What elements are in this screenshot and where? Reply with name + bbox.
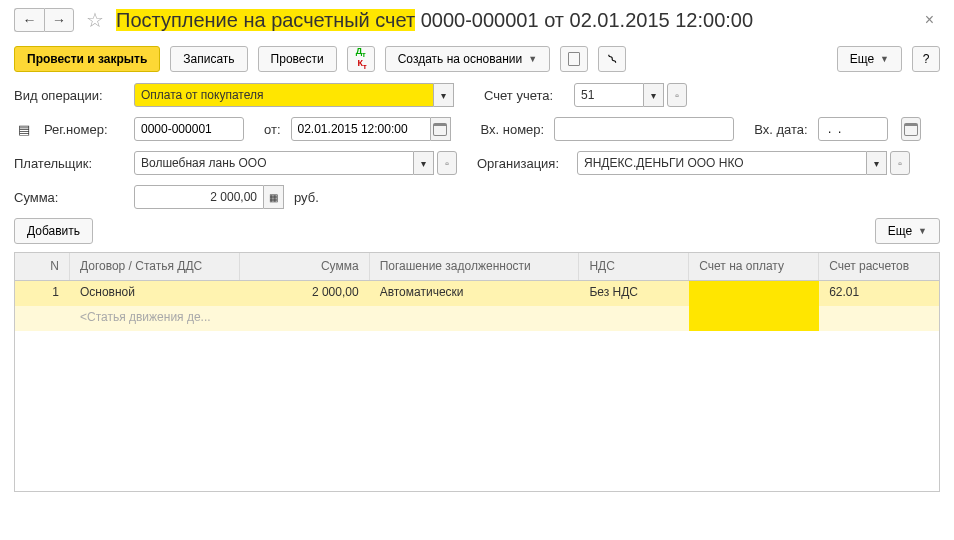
invoice-cell-highlighted[interactable] [689, 281, 819, 306]
payer-open-icon[interactable]: ▫ [437, 151, 457, 175]
from-date-field[interactable] [291, 117, 451, 141]
dt-kt-button[interactable]: ДтКт [347, 46, 375, 72]
row-payer: Плательщик: Волшебная лань ООО ▾ ▫ Орган… [14, 150, 940, 176]
add-row-button[interactable]: Добавить [14, 218, 93, 244]
dds-placeholder[interactable]: <Статья движения де... [70, 306, 240, 331]
col-contract: Договор / Статья ДДС [70, 253, 240, 280]
help-button[interactable]: ? [912, 46, 940, 72]
payer-field[interactable]: Волшебная лань ООО ▾ ▫ [134, 151, 457, 175]
incoming-date-input[interactable] [818, 117, 888, 141]
incoming-number-input[interactable] [554, 117, 734, 141]
close-button[interactable]: × [919, 11, 940, 29]
sum-calc-icon[interactable]: ▦ [264, 185, 284, 209]
favorite-star-icon[interactable]: ☆ [86, 8, 104, 32]
forward-button[interactable]: → [44, 8, 74, 32]
reg-number-label: Рег.номер: [44, 122, 124, 137]
col-vat: НДС [579, 253, 689, 280]
from-date-label: от: [264, 122, 281, 137]
back-button[interactable]: ← [14, 8, 44, 32]
document-icon [568, 52, 580, 66]
account-label: Счет учета: [484, 88, 564, 103]
sub-toolbar: Добавить Еще▼ [14, 218, 940, 244]
create-based-on-button[interactable]: Создать на основании▼ [385, 46, 550, 72]
organization-open-icon[interactable]: ▫ [890, 151, 910, 175]
table-row[interactable]: 1 Основной 2 000,00 Автоматически Без НД… [15, 281, 939, 306]
incoming-date-calendar-icon[interactable] [901, 117, 921, 141]
organization-dropdown-icon[interactable]: ▾ [867, 151, 887, 175]
paperclip-icon: ⌇ [604, 51, 620, 68]
more-button[interactable]: Еще▼ [837, 46, 902, 72]
col-n: N [15, 253, 70, 280]
table-row-sub[interactable]: <Статья движения де... [15, 306, 939, 331]
lines-table: N Договор / Статья ДДС Сумма Погашение з… [14, 252, 940, 492]
row-sum: Сумма: 2 000,00 ▦ руб. [14, 184, 940, 210]
account-dropdown-icon[interactable]: ▾ [644, 83, 664, 107]
table-more-button[interactable]: Еще▼ [875, 218, 940, 244]
document-icon-button[interactable] [560, 46, 588, 72]
organization-field[interactable]: ЯНДЕКС.ДЕНЬГИ ООО НКО ▾ ▫ [577, 151, 910, 175]
operation-type-field[interactable]: Оплата от покупателя ▾ [134, 83, 454, 107]
incoming-number-label: Вх. номер: [481, 122, 545, 137]
currency-label: руб. [294, 190, 319, 205]
reg-number-input[interactable] [134, 117, 244, 141]
page-title: Поступление на расчетный счет 0000-00000… [116, 9, 753, 32]
nav-buttons: ← → [14, 8, 74, 32]
operation-type-dropdown-icon[interactable]: ▾ [434, 83, 454, 107]
col-sum: Сумма [240, 253, 370, 280]
post-and-close-button[interactable]: Провести и закрыть [14, 46, 160, 72]
post-button[interactable]: Провести [258, 46, 337, 72]
sum-label: Сумма: [14, 190, 124, 205]
account-open-icon[interactable]: ▫ [667, 83, 687, 107]
payer-dropdown-icon[interactable]: ▾ [414, 151, 434, 175]
write-button[interactable]: Записать [170, 46, 247, 72]
attach-button[interactable]: ⌇ [598, 46, 626, 72]
from-date-calendar-icon[interactable] [431, 117, 451, 141]
operation-type-label: Вид операции: [14, 88, 124, 103]
payer-label: Плательщик: [14, 156, 124, 171]
row-reg-number: ▤ Рег.номер: от: Вх. номер: Вх. дата: [14, 116, 940, 142]
col-settlement-account: Счет расчетов [819, 253, 939, 280]
col-invoice: Счет на оплату [689, 253, 819, 280]
account-field[interactable]: 51 ▾ ▫ [574, 83, 687, 107]
table-header: N Договор / Статья ДДС Сумма Погашение з… [15, 253, 939, 281]
main-toolbar: Провести и закрыть Записать Провести ДтК… [14, 46, 940, 72]
row-operation-type: Вид операции: Оплата от покупателя ▾ Сче… [14, 82, 940, 108]
col-repayment: Погашение задолженности [370, 253, 580, 280]
incoming-date-label: Вх. дата: [754, 122, 807, 137]
organization-label: Организация: [477, 156, 567, 171]
registry-icon: ▤ [14, 122, 34, 137]
sum-field[interactable]: 2 000,00 ▦ [134, 185, 284, 209]
titlebar: ← → ☆ Поступление на расчетный счет 0000… [14, 8, 940, 32]
table-body[interactable]: 1 Основной 2 000,00 Автоматически Без НД… [15, 281, 939, 491]
